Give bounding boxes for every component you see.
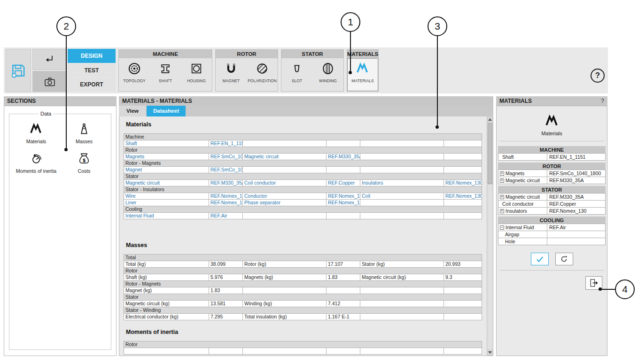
material-ref-link[interactable]: Phase separator xyxy=(243,200,327,206)
table-section-row: Stator - Insulators xyxy=(124,186,482,193)
load-button[interactable] xyxy=(32,49,67,70)
table-cell xyxy=(360,154,444,160)
material-ref-link[interactable]: Magnetic circuit xyxy=(124,180,209,186)
doc-tab-view[interactable]: View xyxy=(119,106,146,116)
material-ref-link[interactable]: REF.Nomex_130 xyxy=(444,180,482,186)
material-ref-link[interactable]: REF.Nomex_130 xyxy=(327,200,360,206)
tables-host: MaterialsMachineShaftREF.EN_1_1151RotorM… xyxy=(124,121,493,355)
sections-panel-body: Data MaterialsMassesMoments of inertia$C… xyxy=(4,106,117,356)
data-groupbox: Data MaterialsMassesMoments of inertia$C… xyxy=(9,111,111,350)
table-title: Masses xyxy=(126,242,493,248)
ribbon-item-magnet[interactable]: MAGNET xyxy=(216,58,247,91)
table-cell xyxy=(360,301,444,307)
material-ref-link[interactable]: Magnets xyxy=(124,154,209,160)
section-label: Stator - Winding xyxy=(124,307,482,314)
section-item-masses[interactable]: Masses xyxy=(60,122,108,144)
material-ref-link[interactable]: Magnetic circuit xyxy=(243,154,327,160)
save-button[interactable] xyxy=(6,49,31,92)
mode-tabs: DESIGNTESTEXPORT xyxy=(68,49,116,92)
ribbon-item-shaft[interactable]: SHAFT xyxy=(150,58,181,91)
material-ref-link[interactable]: REF.Nomex_130 xyxy=(209,193,243,200)
inspector-row-label: Shaft xyxy=(498,154,547,160)
inspector-row-label: Coil conductor xyxy=(498,201,547,207)
material-ref-link[interactable]: REF.Copper xyxy=(327,180,360,186)
ribbon-group-title: STATOR xyxy=(281,50,343,58)
help-button[interactable]: ? xyxy=(591,69,605,83)
material-ref-link[interactable]: REF.SmCo_10... xyxy=(209,154,243,160)
inspector-row-label: +Magnetic circuit xyxy=(498,177,547,184)
reset-button[interactable] xyxy=(555,253,573,265)
inspector-row-value[interactable]: REF.SmCo_1040_1800 xyxy=(547,170,605,176)
expand-plus-icon[interactable]: + xyxy=(500,195,504,199)
mode-tab-export[interactable]: EXPORT xyxy=(68,77,116,92)
material-ref-link[interactable]: Wire xyxy=(124,193,209,200)
material-ref-link[interactable]: REF.EN_1_1151 xyxy=(209,140,243,147)
vertical-scrollbar[interactable] xyxy=(487,116,493,356)
table-cell xyxy=(327,287,360,294)
section-item-costs[interactable]: $Costs xyxy=(60,152,108,174)
material-ref-link[interactable]: REF.M330_35A xyxy=(209,180,243,186)
table-cell xyxy=(327,213,360,219)
inspector-group-machine: MACHINE xyxy=(498,146,606,154)
expand-plus-icon[interactable]: + xyxy=(500,171,504,176)
callout-2-line xyxy=(66,36,67,149)
inspector-row: +Magnetic circuitREF.M330_35A xyxy=(498,177,606,184)
material-ref-link[interactable]: Coil xyxy=(360,193,444,200)
material-ref-link[interactable]: Shaft xyxy=(124,140,209,147)
mode-tab-design[interactable]: DESIGN xyxy=(68,49,116,63)
inspector-row-value[interactable]: REF.EN_1_1151 xyxy=(547,154,605,160)
scroll-thumb[interactable] xyxy=(488,123,492,184)
inspector-row-label: Airgap xyxy=(498,231,547,238)
inspector-row: Airgap xyxy=(498,231,606,238)
material-ref-link[interactable]: Liner xyxy=(124,200,209,206)
inspector-help-button[interactable]: ? xyxy=(601,96,604,106)
table-cell xyxy=(360,200,444,206)
inspector-row-value[interactable]: REF.M330_35A xyxy=(547,194,605,200)
material-ref-link[interactable]: Insulators xyxy=(360,180,444,186)
scroll-up-button[interactable] xyxy=(487,116,493,123)
material-ref-link[interactable]: Magnet xyxy=(124,167,209,173)
callout-1: 1 xyxy=(341,12,360,32)
section-item-moments-of-inertia[interactable]: Moments of inertia xyxy=(12,152,60,174)
inspector-label-text: Magnets xyxy=(506,170,524,176)
material-ref-link[interactable]: REF.Nomex_130 xyxy=(444,193,482,200)
svg-text:$: $ xyxy=(83,158,86,163)
doc-tab-datasheet[interactable]: Datasheet xyxy=(147,106,186,116)
save-icon xyxy=(10,62,27,79)
material-ref-link[interactable]: REF.SmCo_10... xyxy=(209,167,243,173)
inspector-row: ShaftREF.EN_1_1151 xyxy=(498,153,606,161)
inspector-row-value[interactable]: REF.Copper xyxy=(547,201,605,207)
mode-tab-test[interactable]: TEST xyxy=(68,63,116,77)
inspector-groups: MACHINEShaftREF.EN_1_1151ROTOR+MagnetsRE… xyxy=(498,146,606,245)
section-item-materials[interactable]: Materials xyxy=(12,122,60,144)
section-item-label: Moments of inertia xyxy=(16,168,56,174)
collapse-minus-icon[interactable]: − xyxy=(500,225,504,230)
scroll-down-button[interactable] xyxy=(487,349,493,356)
inspector-row-value[interactable]: REF.Air xyxy=(547,225,605,230)
material-ref-link[interactable]: REF.Nomex_130 xyxy=(209,200,243,206)
inspector-row-value[interactable]: REF.Nomex_130 xyxy=(547,208,605,214)
material-ref-link[interactable]: Internal Fluid xyxy=(124,213,209,219)
material-ref-link[interactable]: REF.M330_35A xyxy=(327,154,360,160)
table-section-row: Rotor - Magnets xyxy=(124,281,482,287)
material-ref-link[interactable]: REF.Nomex_130 xyxy=(327,193,360,200)
table-cell: Rotor (kg) xyxy=(243,261,327,268)
expand-plus-icon[interactable]: + xyxy=(500,209,504,213)
material-ref-link[interactable]: Conductor xyxy=(243,193,327,200)
ribbon-item-polarization[interactable]: POLARIZATION xyxy=(247,58,278,91)
masses-icon xyxy=(77,122,91,136)
inspector-row-value[interactable]: REF.M330_35A xyxy=(547,178,605,183)
ribbon-item-slot[interactable]: SLOT xyxy=(281,58,312,91)
ribbon-item-winding[interactable]: WINDING xyxy=(312,58,343,91)
ribbon-item-label: SHAFT xyxy=(159,78,172,83)
ribbon-item-housing[interactable]: HOUSING xyxy=(181,58,212,91)
snapshot-button[interactable] xyxy=(32,71,67,92)
material-ref-link[interactable]: Coil conductor xyxy=(243,180,327,186)
table-cell xyxy=(124,348,209,355)
expand-plus-icon[interactable]: + xyxy=(500,178,504,183)
winding-icon xyxy=(321,62,335,76)
ribbon-item-materials[interactable]: MATERIALS xyxy=(347,58,378,91)
material-ref-link[interactable]: REF.Air xyxy=(209,213,243,219)
apply-button[interactable] xyxy=(531,253,549,265)
ribbon-item-topology[interactable]: TOPOLOGY xyxy=(119,58,150,91)
